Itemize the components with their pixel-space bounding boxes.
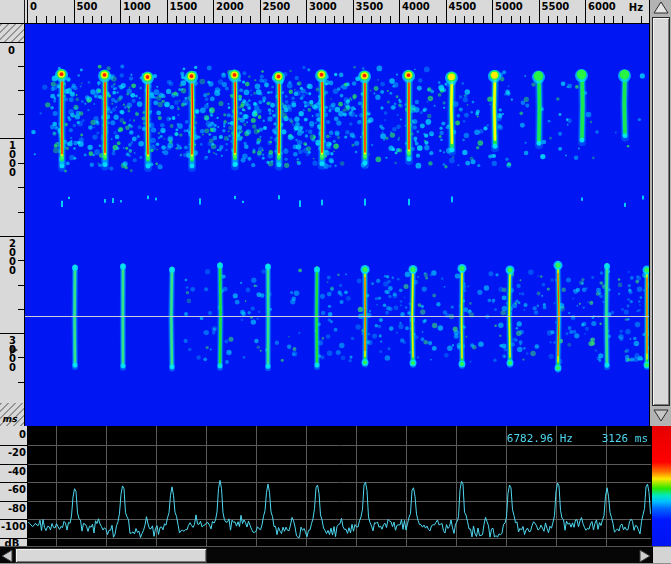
freq-minor-tick	[194, 16, 195, 23]
freq-minor-tick	[139, 16, 140, 23]
db-scale-ruler: dB 0-20-40-60-80-100	[0, 426, 28, 546]
frequency-ruler[interactable]: Hz 0500100015002000250030003500400045005…	[25, 0, 649, 24]
resize-corner	[652, 546, 671, 563]
freq-minor-tick	[594, 16, 595, 23]
time-minor-tick	[18, 187, 24, 188]
time-unit-label: ms	[2, 414, 17, 424]
db-tick-label: -100	[0, 521, 26, 532]
scroll-up-button[interactable]	[651, 0, 671, 16]
freq-minor-tick	[185, 16, 186, 23]
time-major-tick	[0, 333, 24, 334]
time-minor-tick	[18, 309, 24, 310]
db-grid-line	[0, 538, 28, 539]
freq-tick-label: 4000	[402, 1, 430, 12]
freq-major-tick	[492, 0, 493, 23]
freq-minor-tick	[390, 16, 391, 23]
time-minor-tick	[18, 285, 24, 286]
db-tick-label: -80	[0, 503, 26, 514]
freq-tick-label: 3500	[356, 1, 384, 12]
db-grid-line	[0, 501, 28, 502]
freq-minor-tick	[464, 16, 465, 23]
time-tick-label: 1 0 0 0	[7, 141, 18, 177]
horizontal-scrollbar-thumb[interactable]	[15, 548, 207, 563]
freq-minor-tick	[157, 16, 158, 23]
freq-minor-tick	[371, 16, 372, 23]
freq-minor-tick	[362, 16, 363, 23]
freq-minor-tick	[566, 16, 567, 23]
freq-major-tick	[167, 0, 168, 23]
time-minor-tick	[18, 382, 24, 383]
freq-tick-label: 1500	[170, 1, 198, 12]
freq-minor-tick	[64, 16, 65, 23]
freq-minor-tick	[557, 16, 558, 23]
freq-minor-tick	[501, 16, 502, 23]
left-arrow-icon	[0, 548, 15, 564]
time-minor-tick	[18, 114, 24, 115]
freq-tick-label: 0	[30, 1, 37, 12]
freq-minor-tick	[222, 16, 223, 23]
freq-minor-tick	[204, 16, 205, 23]
freq-tick-label: 5500	[542, 1, 570, 12]
time-tick-label: 2 0 0 0	[7, 239, 18, 275]
db-grid-line	[0, 482, 28, 483]
freq-tick-label: 2500	[263, 1, 291, 12]
freq-minor-tick	[129, 16, 130, 23]
freq-minor-tick	[455, 16, 456, 23]
freq-minor-tick	[511, 16, 512, 23]
scroll-left-button[interactable]	[0, 548, 15, 564]
freq-tick-label: 3000	[309, 1, 337, 12]
freq-major-tick	[353, 0, 354, 23]
scroll-right-button[interactable]	[637, 548, 652, 564]
vertical-scrollbar[interactable]	[649, 0, 671, 426]
freq-tick-label: 500	[77, 1, 98, 12]
freq-minor-tick	[92, 16, 93, 23]
frequency-unit-label: Hz	[629, 2, 643, 13]
freq-minor-tick	[604, 16, 605, 23]
time-tick-label: 0	[8, 45, 15, 56]
time-minor-tick	[18, 357, 24, 358]
time-ruler[interactable]: ms 01 0 0 02 0 0 03 0 0 0	[0, 24, 25, 426]
freq-minor-tick	[548, 16, 549, 23]
time-minor-tick	[18, 66, 24, 67]
freq-minor-tick	[343, 16, 344, 23]
db-unit-label: dB	[0, 538, 24, 546]
time-unit-cell: ms	[0, 403, 24, 426]
freq-major-tick	[446, 0, 447, 23]
down-arrow-icon	[651, 407, 671, 424]
right-arrow-icon	[637, 548, 652, 564]
time-major-tick	[0, 42, 24, 43]
horizontal-scrollbar[interactable]	[0, 546, 652, 563]
freq-major-tick	[74, 0, 75, 23]
freq-minor-tick	[325, 16, 326, 23]
freq-major-tick	[27, 0, 28, 23]
freq-minor-tick	[436, 16, 437, 23]
freq-minor-tick	[473, 16, 474, 23]
spectrogram-canvas[interactable]	[25, 24, 649, 426]
freq-minor-tick	[101, 16, 102, 23]
db-grid-line	[0, 464, 28, 465]
freq-minor-tick	[36, 16, 37, 23]
freq-major-tick	[120, 0, 121, 23]
freq-minor-tick	[278, 16, 279, 23]
freq-minor-tick	[334, 16, 335, 23]
freq-minor-tick	[641, 16, 642, 23]
freq-minor-tick	[297, 16, 298, 23]
freq-minor-tick	[287, 16, 288, 23]
freq-minor-tick	[418, 16, 419, 23]
frequency-readout: 6782.96 Hz	[500, 432, 573, 445]
time-minor-tick	[18, 260, 24, 261]
freq-minor-tick	[46, 16, 47, 23]
scroll-down-button[interactable]	[651, 407, 671, 425]
freq-minor-tick	[269, 16, 270, 23]
time-minor-tick	[18, 212, 24, 213]
time-tick-label: 3 0 0 0	[7, 336, 18, 372]
vertical-scrollbar-thumb[interactable]	[652, 17, 670, 406]
db-grid-line	[0, 519, 28, 520]
freq-minor-tick	[83, 16, 84, 23]
freq-minor-tick	[529, 16, 530, 23]
ruler-overflow-hatch-top	[0, 24, 24, 42]
freq-minor-tick	[520, 16, 521, 23]
freq-minor-tick	[576, 16, 577, 23]
db-tick-label: -20	[0, 447, 26, 458]
intensity-colorbar	[651, 426, 671, 546]
